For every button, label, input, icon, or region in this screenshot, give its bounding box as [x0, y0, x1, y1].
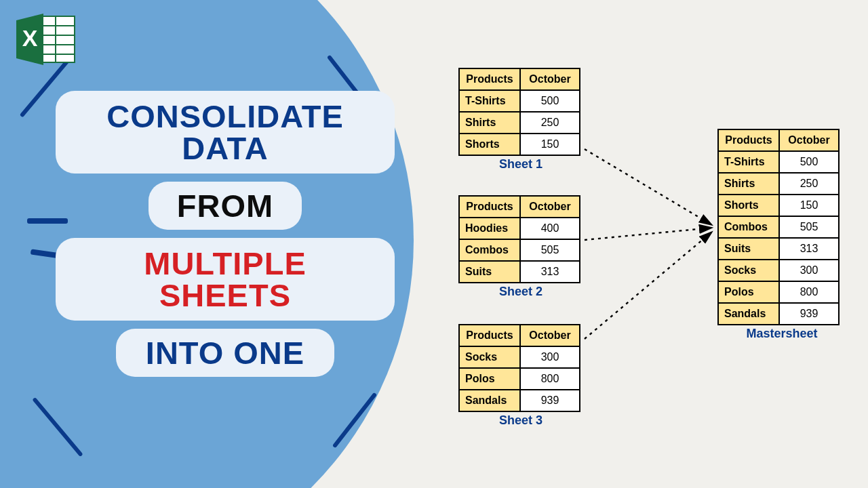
table-row: T-Shirts500	[459, 90, 580, 112]
table-row: Polos800	[718, 281, 839, 303]
table-row: Sandals939	[459, 390, 580, 411]
master-caption: Mastersheet	[717, 327, 846, 341]
table-row: Shirts250	[718, 173, 839, 195]
table-row: Suits313	[718, 238, 839, 260]
sheet1-caption: Sheet 1	[458, 157, 583, 171]
table-row: Shirts250	[459, 112, 580, 134]
table-row: Shorts150	[459, 134, 580, 155]
table-row: Shorts150	[718, 195, 839, 216]
th-products: Products	[459, 68, 520, 90]
sheet3-table: ProductsOctober Socks300 Polos800 Sandal…	[458, 324, 580, 412]
sheet2-caption: Sheet 2	[458, 285, 583, 299]
master-table: ProductsOctober T-Shirts500 Shirts250 Sh…	[717, 129, 840, 325]
th-october: October	[520, 68, 580, 90]
table-row: Hoodies400	[459, 218, 580, 239]
table-row: Combos505	[459, 239, 580, 261]
table-row: Suits313	[459, 261, 580, 283]
table-row: Socks300	[459, 346, 580, 368]
table-row: Combos505	[718, 216, 839, 238]
sheet1-table: ProductsOctober T-Shirts500 Shirts250 Sh…	[458, 68, 580, 156]
sheet3-caption: Sheet 3	[458, 413, 583, 428]
table-row: Sandals939	[718, 303, 839, 325]
table-row: Polos800	[459, 368, 580, 390]
table-row: T-Shirts500	[718, 151, 839, 173]
table-row: Socks300	[718, 260, 839, 281]
sheet2-table: ProductsOctober Hoodies400 Combos505 Sui…	[458, 195, 580, 283]
